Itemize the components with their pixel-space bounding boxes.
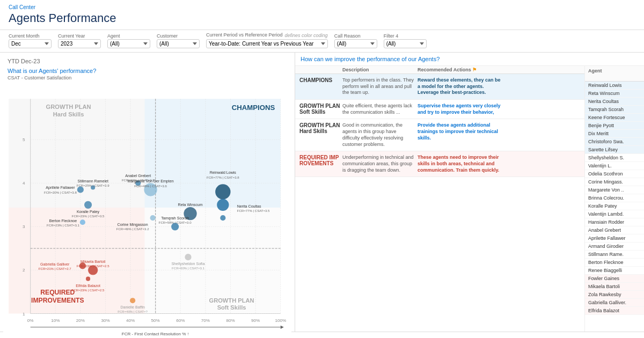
svg-point-83 [86, 277, 90, 281]
period-select[interactable]: Year-to-Date: Current Year vs Previous Y… [206, 39, 328, 48]
segment-row-champions: CHAMPIONS Top performers in the class. T… [295, 74, 584, 100]
filter4-select[interactable]: (All) [384, 39, 427, 48]
agent-row: Koralle Patey ✓ 6,585 23% 3.5 [585, 202, 644, 210]
svg-text:Nerita Coultas: Nerita Coultas [237, 204, 261, 209]
svg-text:Stillmann Ramelet: Stillmann Ramelet [77, 179, 108, 183]
svg-marker-96 [281, 326, 284, 329]
svg-text:GROWTH PLAN: GROWTH PLAN [209, 297, 254, 304]
top-bar: Call Center Agents Performance Current M… [0, 0, 644, 53]
svg-point-74 [150, 215, 156, 221]
agent-row: Gabriella Galliver. ✓ 2,697 21% 2.7 [585, 299, 644, 307]
svg-text:10%: 10% [51, 318, 60, 323]
agent-name: Reinwald Lowis [588, 83, 644, 88]
agents-panel: Agent ANSWERED CALLS FCR CSAT Reinwald L… [585, 66, 644, 332]
agent-name: Nerita Coultas [588, 99, 644, 104]
agent-name: Christoforo Swa. [588, 139, 644, 144]
agent-row: Nerita Coultas ✓ 9,729 77% 3.5 [585, 98, 644, 106]
customer-select[interactable]: (All) [157, 39, 200, 48]
svg-point-71 [84, 201, 92, 209]
ytd-label: YTD Dec-23 [3, 56, 291, 67]
agent-row: Stillmann Rame. ✓ 459 25% 4.1 [585, 251, 644, 259]
svg-text:1: 1 [23, 312, 25, 317]
svg-text:IMPROVEMENTS: IMPROVEMENTS [31, 297, 84, 304]
agent-name: Keene Fortescue [588, 115, 644, 120]
svg-text:FCR=77% | CSAT=3.5: FCR=77% | CSAT=3.5 [237, 209, 270, 212]
filter-current-year: Current Year 2023 [58, 33, 101, 48]
svg-text:Berton Flecknoe: Berton Flecknoe [49, 219, 77, 223]
svg-text:90%: 90% [251, 318, 260, 323]
svg-text:Anabel Grebert: Anabel Grebert [125, 174, 151, 178]
svg-text:Reinwald Lowis: Reinwald Lowis [210, 171, 237, 175]
agent-row: Dix Meritt ✓ 1,551 56% 3.2 [585, 130, 644, 138]
agent-name: Shellysheldon S. [588, 155, 644, 160]
svg-text:60%: 60% [176, 318, 185, 323]
agent-row: Reta Winscum ✓ 11,083 64% 3.3 [585, 90, 644, 98]
svg-text:FCR=23% | CSAT=3.1: FCR=23% | CSAT=3.1 [47, 224, 79, 227]
filter-4: Filter 4 (All) [384, 33, 427, 48]
svg-point-77 [80, 219, 85, 225]
svg-point-80 [185, 254, 191, 260]
agent-row: Anabel Grebert ✓ 3,494 43% 3.6 [585, 226, 644, 234]
agent-name: Koralle Patey [588, 203, 644, 209]
current-month-select[interactable]: Dec [9, 39, 52, 48]
agent-name: Valentijn L. [588, 163, 644, 168]
agents-list: Reinwald Lowis ✓ 14,224 77% 3.8 Reta Win… [585, 82, 644, 315]
agent-row: Sarette Lifsey ✓ 754 56% 3.6 [585, 146, 644, 154]
current-year-select[interactable]: 2023 [58, 39, 101, 48]
svg-text:FCR=60% | CSAT=3.1: FCR=60% | CSAT=3.1 [172, 267, 204, 270]
svg-point-50 [217, 199, 229, 211]
agent-select[interactable]: (All) [107, 39, 150, 48]
svg-text:REQUIRED: REQUIRED [40, 289, 75, 296]
breadcrumb[interactable]: Call Center [9, 4, 635, 10]
svg-text:40%: 40% [126, 318, 135, 323]
agent-row: Elfrida Balazot ✓ 665 23% 2.8 [585, 307, 644, 315]
segment-row-growth-hard: GROWTH PLANHard Skills Good in communica… [295, 119, 584, 151]
svg-text:FCR=58% | CSAT=3.0: FCR=58% | CSAT=3.0 [159, 221, 192, 224]
svg-text:FCR=48% | CSAT=3.6: FCR=48% | CSAT=3.6 [134, 185, 167, 188]
svg-text:FCR=77% | CSAT=3.8: FCR=77% | CSAT=3.8 [207, 176, 239, 179]
agent-row: Odelia Scothron 460 58% 3.1 [585, 170, 644, 178]
agent-name: Armand Girodier [588, 244, 644, 249]
svg-text:Koralle Patey: Koralle Patey [77, 210, 100, 214]
filter-call-reason: Call Reason (All) [334, 33, 377, 48]
svg-text:80%: 80% [226, 318, 235, 323]
svg-text:100%: 100% [275, 318, 286, 323]
agents-table-header: Agent ANSWERED CALLS FCR CSAT [585, 66, 644, 82]
agent-name: Berton Flecknoe [588, 260, 644, 265]
svg-rect-0 [144, 99, 280, 208]
svg-point-58 [220, 215, 225, 221]
filters-bar: Current Month Dec Current Year 2023 Agen… [0, 30, 644, 53]
svg-point-68 [77, 186, 84, 193]
svg-text:FCR=49% | CSAT=3.2: FCR=49% | CSAT=3.2 [116, 227, 149, 231]
filter-agent: Agent (All) [107, 33, 150, 48]
agent-row: Fowler Gaines ✓ 7,618 22% 2.6 [585, 275, 644, 283]
svg-text:Corine Mingasson: Corine Mingasson [118, 223, 148, 227]
left-panel: YTD Dec-23 What is our Agents' performan… [0, 53, 295, 332]
agent-name: Tamqrah Scorah [588, 107, 644, 112]
svg-text:Gabriella Galliver: Gabriella Galliver [40, 262, 70, 267]
agent-name: Odelia Scothron [588, 171, 644, 177]
agent-name: Valentijn Lambd. [588, 211, 644, 217]
agent-name: Zola Rawkesby [588, 292, 644, 297]
filter-customer: Customer (All) [157, 33, 200, 48]
svg-text:20%: 20% [76, 318, 85, 323]
svg-text:0%: 0% [27, 318, 34, 323]
svg-point-92 [130, 298, 135, 303]
main-content: YTD Dec-23 What is our Agents' performan… [0, 53, 644, 332]
agent-row: Mikaela Bartoli ✓ 7,477 23% 2.5 [585, 283, 644, 291]
scatter-svg: 1 2 3 4 5 0% 10% 20% [3, 82, 291, 338]
agent-name: Hansiain Rodder [588, 219, 644, 225]
agent-row: Reinwald Lowis ✓ 14,224 77% 3.8 [585, 82, 644, 90]
chart-sub-label: CSAT - Customer Satisfaction [3, 75, 291, 82]
agent-row: Shellysheldon S. 7,516 63% 3.4 [585, 154, 644, 162]
agent-row: Zola Rawkesby 4,670 22% 2.5 [585, 291, 644, 299]
chart-title-link[interactable]: What is our Agents' performance? [3, 67, 291, 75]
agent-row: Renee Biaggelli 336 21% 3.3 [585, 267, 644, 275]
svg-text:70%: 70% [201, 318, 210, 323]
agent-row: Margarete Von .. ✓ 12,970 48% 3.8 [585, 186, 644, 194]
agent-row: Tamqrah Scorah ✓ 3,532 58% 3.0 [585, 106, 644, 114]
call-reason-select[interactable]: (All) [334, 39, 377, 48]
svg-text:FCR=23% | CSAT=3.5: FCR=23% | CSAT=3.5 [72, 215, 105, 218]
agent-row: Brinna Colecrou. ✓ 12,336 22% 3.2 [585, 194, 644, 202]
agent-row: Armand Girodier ✓ 791 22% 4.0 [585, 243, 644, 251]
